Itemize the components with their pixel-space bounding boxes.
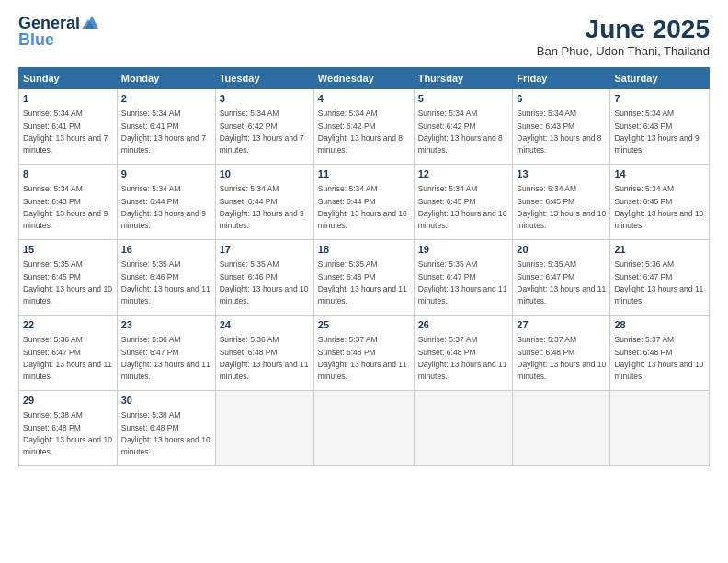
day-number: 22 (23, 318, 113, 332)
day-info: Sunrise: 5:34 AMSunset: 6:42 PMDaylight:… (418, 109, 503, 155)
table-row: 12 Sunrise: 5:34 AMSunset: 6:45 PMDaylig… (414, 165, 513, 240)
day-number: 29 (23, 394, 113, 408)
day-info: Sunrise: 5:34 AMSunset: 6:41 PMDaylight:… (23, 109, 108, 155)
day-info: Sunrise: 5:38 AMSunset: 6:48 PMDaylight:… (121, 410, 210, 456)
day-info: Sunrise: 5:36 AMSunset: 6:47 PMDaylight:… (23, 335, 112, 381)
table-row: 18 Sunrise: 5:35 AMSunset: 6:46 PMDaylig… (313, 240, 414, 316)
header: General Blue June 2025 Ban Phue, Udon Th… (18, 15, 710, 58)
day-info: Sunrise: 5:34 AMSunset: 6:44 PMDaylight:… (121, 184, 206, 230)
day-info: Sunrise: 5:37 AMSunset: 6:48 PMDaylight:… (318, 335, 407, 381)
table-row (215, 391, 313, 466)
col-header-thursday: Thursday (414, 68, 513, 89)
calendar: SundayMondayTuesdayWednesdayThursdayFrid… (18, 67, 710, 466)
table-row (513, 391, 610, 466)
day-number: 19 (418, 243, 509, 257)
table-row: 29 Sunrise: 5:38 AMSunset: 6:48 PMDaylig… (19, 391, 118, 466)
table-row: 21 Sunrise: 5:36 AMSunset: 6:47 PMDaylig… (610, 240, 710, 316)
table-row: 25 Sunrise: 5:37 AMSunset: 6:48 PMDaylig… (313, 316, 414, 391)
col-header-friday: Friday (513, 68, 610, 89)
day-info: Sunrise: 5:38 AMSunset: 6:48 PMDaylight:… (23, 410, 112, 456)
col-header-wednesday: Wednesday (313, 68, 414, 89)
day-number: 15 (23, 243, 113, 257)
table-row: 28 Sunrise: 5:37 AMSunset: 6:48 PMDaylig… (610, 316, 710, 391)
day-number: 13 (517, 167, 606, 181)
day-number: 28 (614, 318, 705, 332)
table-row: 24 Sunrise: 5:36 AMSunset: 6:48 PMDaylig… (215, 316, 313, 391)
table-row: 6 Sunrise: 5:34 AMSunset: 6:43 PMDayligh… (513, 89, 610, 165)
table-row: 5 Sunrise: 5:34 AMSunset: 6:42 PMDayligh… (414, 89, 513, 165)
day-number: 2 (121, 92, 211, 106)
table-row: 20 Sunrise: 5:35 AMSunset: 6:47 PMDaylig… (513, 240, 610, 316)
table-row (313, 391, 414, 466)
day-info: Sunrise: 5:34 AMSunset: 6:44 PMDaylight:… (318, 184, 407, 230)
day-number: 21 (614, 243, 705, 257)
location: Ban Phue, Udon Thani, Thailand (537, 44, 710, 58)
col-header-tuesday: Tuesday (215, 68, 313, 89)
day-number: 20 (517, 243, 606, 257)
day-info: Sunrise: 5:35 AMSunset: 6:46 PMDaylight:… (318, 259, 407, 305)
table-row: 13 Sunrise: 5:34 AMSunset: 6:45 PMDaylig… (513, 165, 610, 240)
day-number: 17 (220, 243, 310, 257)
table-row: 10 Sunrise: 5:34 AMSunset: 6:44 PMDaylig… (215, 165, 313, 240)
logo-icon (82, 12, 102, 32)
table-row: 26 Sunrise: 5:37 AMSunset: 6:48 PMDaylig… (414, 316, 513, 391)
day-number: 11 (318, 167, 410, 181)
day-number: 27 (517, 318, 606, 332)
month-title: June 2025 (537, 15, 710, 44)
day-info: Sunrise: 5:34 AMSunset: 6:42 PMDaylight:… (220, 109, 304, 155)
day-info: Sunrise: 5:35 AMSunset: 6:47 PMDaylight:… (418, 259, 507, 305)
day-info: Sunrise: 5:37 AMSunset: 6:48 PMDaylight:… (614, 335, 703, 381)
title-block: June 2025 Ban Phue, Udon Thani, Thailand (537, 15, 710, 58)
table-row: 1 Sunrise: 5:34 AMSunset: 6:41 PMDayligh… (19, 89, 118, 165)
table-row: 30 Sunrise: 5:38 AMSunset: 6:48 PMDaylig… (117, 391, 215, 466)
day-info: Sunrise: 5:36 AMSunset: 6:47 PMDaylight:… (614, 259, 703, 305)
table-row: 3 Sunrise: 5:34 AMSunset: 6:42 PMDayligh… (215, 89, 313, 165)
table-row: 15 Sunrise: 5:35 AMSunset: 6:45 PMDaylig… (19, 240, 118, 316)
day-number: 24 (220, 318, 310, 332)
table-row: 17 Sunrise: 5:35 AMSunset: 6:46 PMDaylig… (215, 240, 313, 316)
table-row: 27 Sunrise: 5:37 AMSunset: 6:48 PMDaylig… (513, 316, 610, 391)
day-info: Sunrise: 5:34 AMSunset: 6:43 PMDaylight:… (517, 109, 601, 155)
day-number: 25 (318, 318, 410, 332)
logo: General Blue (18, 15, 102, 50)
table-row: 4 Sunrise: 5:34 AMSunset: 6:42 PMDayligh… (313, 89, 414, 165)
day-info: Sunrise: 5:35 AMSunset: 6:46 PMDaylight:… (220, 259, 309, 305)
day-info: Sunrise: 5:37 AMSunset: 6:48 PMDaylight:… (418, 335, 507, 381)
table-row: 16 Sunrise: 5:35 AMSunset: 6:46 PMDaylig… (117, 240, 215, 316)
col-header-saturday: Saturday (610, 68, 710, 89)
table-row (610, 391, 710, 466)
col-header-sunday: Sunday (19, 68, 118, 89)
page: General Blue June 2025 Ban Phue, Udon Th… (0, 0, 728, 563)
day-number: 10 (220, 167, 310, 181)
table-row (414, 391, 513, 466)
day-info: Sunrise: 5:34 AMSunset: 6:45 PMDaylight:… (517, 184, 606, 230)
day-info: Sunrise: 5:35 AMSunset: 6:47 PMDaylight:… (517, 259, 606, 305)
day-info: Sunrise: 5:34 AMSunset: 6:41 PMDaylight:… (121, 109, 206, 155)
logo-blue-text: Blue (18, 31, 54, 50)
table-row: 8 Sunrise: 5:34 AMSunset: 6:43 PMDayligh… (19, 165, 118, 240)
day-info: Sunrise: 5:36 AMSunset: 6:47 PMDaylight:… (121, 335, 210, 381)
day-number: 5 (418, 92, 509, 106)
day-number: 18 (318, 243, 410, 257)
day-info: Sunrise: 5:36 AMSunset: 6:48 PMDaylight:… (220, 335, 309, 381)
day-number: 14 (614, 167, 705, 181)
day-info: Sunrise: 5:34 AMSunset: 6:43 PMDaylight:… (614, 109, 699, 155)
table-row: 2 Sunrise: 5:34 AMSunset: 6:41 PMDayligh… (117, 89, 215, 165)
day-number: 12 (418, 167, 509, 181)
day-number: 3 (220, 92, 310, 106)
day-info: Sunrise: 5:34 AMSunset: 6:42 PMDaylight:… (318, 109, 403, 155)
day-info: Sunrise: 5:34 AMSunset: 6:45 PMDaylight:… (614, 184, 703, 230)
day-info: Sunrise: 5:34 AMSunset: 6:44 PMDaylight:… (220, 184, 304, 230)
day-number: 4 (318, 92, 410, 106)
table-row: 7 Sunrise: 5:34 AMSunset: 6:43 PMDayligh… (610, 89, 710, 165)
day-number: 1 (23, 92, 113, 106)
day-number: 23 (121, 318, 211, 332)
day-number: 16 (121, 243, 211, 257)
day-info: Sunrise: 5:34 AMSunset: 6:43 PMDaylight:… (23, 184, 108, 230)
day-number: 7 (614, 92, 705, 106)
day-info: Sunrise: 5:34 AMSunset: 6:45 PMDaylight:… (418, 184, 507, 230)
day-info: Sunrise: 5:35 AMSunset: 6:45 PMDaylight:… (23, 259, 112, 305)
day-info: Sunrise: 5:35 AMSunset: 6:46 PMDaylight:… (121, 259, 210, 305)
table-row: 14 Sunrise: 5:34 AMSunset: 6:45 PMDaylig… (610, 165, 710, 240)
table-row: 19 Sunrise: 5:35 AMSunset: 6:47 PMDaylig… (414, 240, 513, 316)
